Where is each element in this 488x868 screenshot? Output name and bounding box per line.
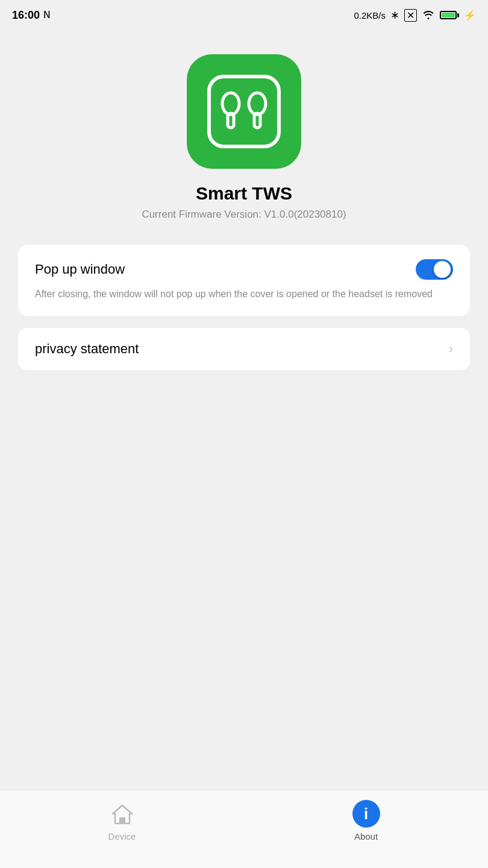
- popup-description: After closing, the window will not pop u…: [35, 287, 453, 301]
- privacy-row: privacy statement ›: [35, 341, 453, 357]
- toggle-knob: [434, 261, 451, 278]
- popup-window-card: Pop up window After closing, the window …: [18, 245, 470, 316]
- status-right-icons: 0.2KB/s ∗ ✕ ⚡: [354, 8, 476, 22]
- about-nav-label: About: [354, 831, 378, 841]
- about-icon: i: [352, 800, 380, 828]
- battery-icon: [440, 11, 459, 19]
- firmware-version: Current Firmware Version: V1.0.0(2023081…: [142, 209, 346, 221]
- app-icon-wrapper: [187, 54, 301, 169]
- bluetooth-icon: ∗: [390, 8, 399, 22]
- svg-point-3: [249, 93, 266, 115]
- wifi-icon: [422, 10, 435, 21]
- toggle-row: Pop up window: [35, 259, 453, 280]
- status-time: 16:00 N: [12, 9, 51, 22]
- close-icon: ✕: [404, 9, 417, 22]
- app-name: Smart TWS: [196, 183, 292, 204]
- svg-point-1: [222, 93, 239, 115]
- chevron-right-icon: ›: [449, 341, 453, 357]
- svg-rect-0: [209, 77, 279, 146]
- nav-item-device[interactable]: Device: [0, 800, 244, 841]
- device-nav-label: Device: [108, 831, 136, 841]
- svg-rect-5: [119, 817, 125, 823]
- app-icon: [187, 54, 301, 169]
- bottom-nav: Device i About: [0, 790, 488, 868]
- device-icon: [108, 800, 136, 828]
- nav-item-about[interactable]: i About: [244, 800, 488, 841]
- main-content: Smart TWS Current Firmware Version: V1.0…: [0, 30, 488, 479]
- privacy-card[interactable]: privacy statement ›: [18, 328, 470, 370]
- network-speed: 0.2KB/s: [354, 10, 386, 20]
- charging-icon: ⚡: [464, 10, 476, 21]
- time-display: 16:00: [12, 9, 40, 22]
- popup-toggle[interactable]: [416, 259, 453, 280]
- network-icon: N: [43, 10, 51, 20]
- status-bar: 16:00 N 0.2KB/s ∗ ✕ ⚡: [0, 0, 488, 30]
- popup-label: Pop up window: [35, 262, 125, 277]
- privacy-label: privacy statement: [35, 341, 139, 357]
